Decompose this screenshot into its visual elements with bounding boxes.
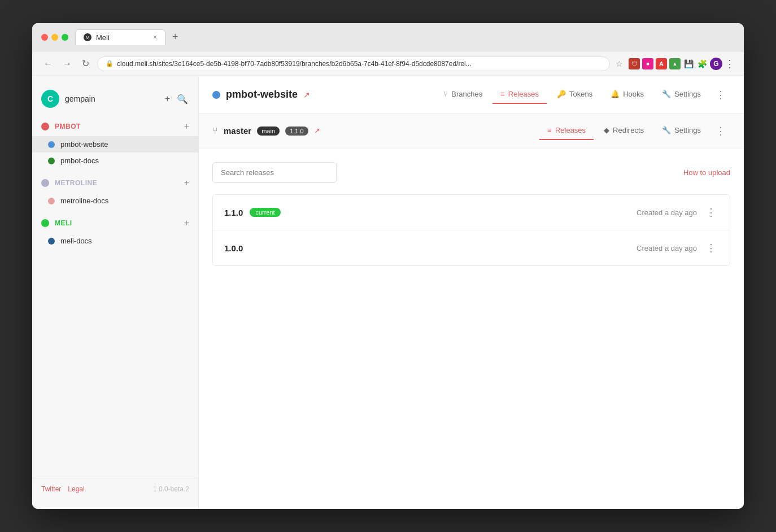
twitter-link[interactable]: Twitter <box>41 485 61 493</box>
ext-puzzle-icon[interactable]: 🧩 <box>696 58 708 69</box>
branch-nav-redirects[interactable]: ◆ Redirects <box>596 121 652 140</box>
org-section-meli: MELI + meli-docs <box>32 213 198 249</box>
release-date-110: Created a day ago <box>637 208 697 217</box>
release-more-button-110[interactable]: ⋮ <box>704 204 718 221</box>
org-name-metroline: METROLINE <box>55 179 97 187</box>
new-tab-button[interactable]: + <box>168 29 183 45</box>
release-item-100[interactable]: 1.0.0 Created a day ago ⋮ <box>213 230 730 265</box>
nav-item-settings[interactable]: 🔧 Settings <box>654 85 709 104</box>
close-button[interactable] <box>41 34 48 41</box>
site-name-metroline-docs: metroline-docs <box>60 197 108 205</box>
site-name-meli-docs: meli-docs <box>60 237 92 245</box>
browser-window: M Meli × + ← → ↻ 🔒 cloud.meli.sh/sites/3… <box>32 23 744 509</box>
add-pmbot-site-button[interactable]: + <box>184 121 189 132</box>
org-header-meli: MELI + <box>32 213 198 233</box>
main-nav-more-button[interactable]: ⋮ <box>711 86 730 103</box>
lock-icon: 🔒 <box>106 60 114 67</box>
sidebar-item-pmbot-website[interactable]: pmbot-website <box>32 136 198 152</box>
hooks-icon: 🔔 <box>611 90 620 98</box>
site-dot-metroline-docs <box>48 198 55 204</box>
releases-nav-label: Releases <box>508 90 539 98</box>
sidebar-item-pmbot-docs[interactable]: pmbot-docs <box>32 152 198 169</box>
refresh-button[interactable]: ↻ <box>80 56 91 71</box>
nav-item-tokens[interactable]: 🔑 Tokens <box>549 85 600 104</box>
add-metroline-site-button[interactable]: + <box>184 178 189 188</box>
branch-settings-label: Settings <box>674 126 701 134</box>
app-body: C gempain + 🔍 PMBOT + pmbot-website <box>32 76 744 509</box>
ext-storage-icon[interactable]: 💾 <box>683 58 694 69</box>
tab-favicon: M <box>84 33 91 41</box>
release-meta-110: Created a day ago ⋮ <box>637 204 718 221</box>
minimize-button[interactable] <box>51 34 58 41</box>
site-title: pmbot-website ↗ <box>212 89 310 101</box>
site-title-name: pmbot-website <box>226 89 298 101</box>
branch-version-badge: 1.1.0 <box>285 127 308 136</box>
traffic-lights <box>41 34 68 41</box>
back-button[interactable]: ← <box>41 56 55 71</box>
forward-button[interactable]: → <box>60 56 74 71</box>
releases-toolbar: How to upload <box>212 162 730 183</box>
branch-external-link-icon[interactable]: ↗ <box>314 127 320 135</box>
footer-links: Twitter Legal <box>41 485 85 493</box>
org-name-pmbot: PMBOT <box>55 123 81 130</box>
org-dot-meli <box>41 219 49 227</box>
footer-version: 1.0.0-beta.2 <box>153 485 189 493</box>
ext-pink-icon[interactable]: ■ <box>642 58 653 69</box>
site-external-link-icon[interactable]: ↗ <box>303 90 310 99</box>
redirects-label: Redirects <box>613 126 644 134</box>
active-tab[interactable]: M Meli × <box>75 29 165 45</box>
legal-link[interactable]: Legal <box>68 485 84 493</box>
org-dot-pmbot <box>41 123 49 130</box>
nav-item-branches[interactable]: ⑂ Branches <box>435 85 490 104</box>
bookmark-icon[interactable]: ☆ <box>616 59 623 68</box>
site-dot-pmbot-website <box>48 141 55 148</box>
extension-icons: 🛡 ■ A ▲ 💾 🧩 G ⋮ <box>629 58 735 70</box>
tokens-icon: 🔑 <box>557 90 566 98</box>
site-dot-meli-docs <box>48 238 55 245</box>
branches-icon: ⑂ <box>443 90 448 98</box>
sidebar: C gempain + 🔍 PMBOT + pmbot-website <box>32 76 199 509</box>
branch-info: ⑂ master main 1.1.0 ↗ <box>212 126 320 136</box>
tab-close-icon[interactable]: × <box>153 33 157 41</box>
main-nav: ⑂ Branches ≡ Releases 🔑 Tokens 🔔 Hooks <box>435 85 730 104</box>
branch-icon: ⑂ <box>212 126 218 136</box>
browser-menu-icon[interactable]: ⋮ <box>725 58 735 70</box>
branch-name: master <box>224 126 251 136</box>
sidebar-item-metroline-docs[interactable]: metroline-docs <box>32 193 198 209</box>
sidebar-header: C gempain + 🔍 <box>32 85 198 117</box>
search-releases-input[interactable] <box>212 162 337 183</box>
search-button[interactable]: 🔍 <box>176 93 189 106</box>
branch-header: ⑂ master main 1.1.0 ↗ ≡ Releases ◆ Redir… <box>199 114 744 149</box>
release-item-110[interactable]: 1.1.0 current Created a day ago ⋮ <box>213 195 730 230</box>
site-dot-pmbot-docs <box>48 158 55 164</box>
redirects-icon: ◆ <box>604 126 609 134</box>
org-section-pmbot: PMBOT + pmbot-website pmbot-docs <box>32 117 198 169</box>
maximize-button[interactable] <box>62 34 68 41</box>
sidebar-actions: + 🔍 <box>164 93 189 106</box>
nav-item-hooks[interactable]: 🔔 Hooks <box>603 85 652 104</box>
release-version-100: 1.0.0 <box>224 243 243 253</box>
nav-item-releases[interactable]: ≡ Releases <box>492 85 547 104</box>
tab-label: Meli <box>96 33 110 42</box>
add-site-button[interactable]: + <box>164 93 171 106</box>
ext-shield-icon[interactable]: 🛡 <box>629 58 640 69</box>
branch-nav-settings[interactable]: 🔧 Settings <box>654 121 709 140</box>
url-bar[interactable]: 🔒 cloud.meli.sh/sites/3e164ce5-de5b-4198… <box>97 56 610 71</box>
branch-nav-releases[interactable]: ≡ Releases <box>539 121 594 140</box>
ext-green-icon[interactable]: ▲ <box>669 58 681 69</box>
ext-user-icon[interactable]: G <box>710 58 722 70</box>
branches-label: Branches <box>451 90 482 98</box>
how-to-upload-link[interactable]: How to upload <box>683 168 730 177</box>
sidebar-item-meli-docs[interactable]: meli-docs <box>32 233 198 249</box>
branch-releases-label: Releases <box>555 126 586 134</box>
settings-label: Settings <box>674 90 701 98</box>
address-bar: ← → ↻ 🔒 cloud.meli.sh/sites/3e164ce5-de5… <box>32 51 744 76</box>
ext-a-icon[interactable]: A <box>656 58 667 69</box>
url-text: cloud.meli.sh/sites/3e164ce5-de5b-4198-b… <box>117 60 472 68</box>
sidebar-footer: Twitter Legal 1.0.0-beta.2 <box>32 478 198 500</box>
branch-nav-more-button[interactable]: ⋮ <box>711 123 730 139</box>
org-section-metroline: METROLINE + metroline-docs <box>32 173 198 209</box>
add-meli-site-button[interactable]: + <box>184 218 189 228</box>
release-more-button-100[interactable]: ⋮ <box>704 239 718 256</box>
main-header: pmbot-website ↗ ⑂ Branches ≡ Releases 🔑 … <box>199 76 744 114</box>
